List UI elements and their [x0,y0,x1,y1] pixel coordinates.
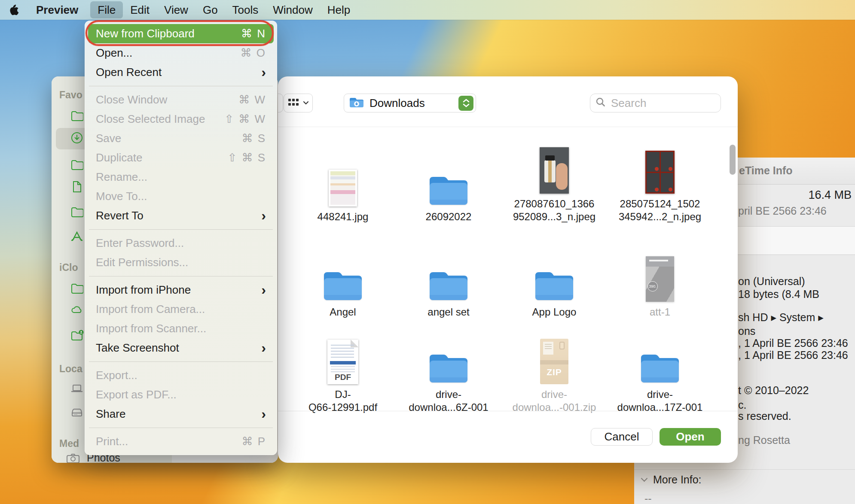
cloud-icon[interactable] [70,303,83,316]
menu-item-import-from-iphone[interactable]: Import from iPhone› [88,280,274,300]
sidebar-section-favourites: Favo [59,89,82,101]
more-info-value: -- [644,492,652,504]
menu-item-save: Save⌘ S [88,129,274,148]
menu-divider [89,276,273,276]
menu-item-take-screenshot[interactable]: Take Screenshot› [88,338,274,358]
divider [278,411,738,411]
file-item[interactable]: App Logo [501,223,607,319]
file-item[interactable]: drive-downloa...6Z-001 [396,319,501,414]
file-item[interactable]: Angel [290,223,396,319]
menubar-item-view[interactable]: View [157,1,195,18]
file-item[interactable]: 285075124_1502345942...2_n.jpeg [607,128,713,223]
info-window-title: eTime Info [739,164,793,177]
hard-drive-icon[interactable] [70,406,83,419]
folder-icon[interactable] [70,109,83,122]
menubar-item-go[interactable]: Go [195,1,225,18]
image-thumbnail [540,147,569,194]
menu-divider [89,428,273,428]
info-line: ons [738,325,755,337]
camera-icon[interactable] [66,452,79,463]
apple-menu-icon[interactable] [9,4,20,16]
submenu-chevron-icon: › [261,206,266,225]
grid-view-icon [288,97,299,109]
menubar-item-window[interactable]: Window [266,1,320,18]
cancel-button[interactable]: Cancel [591,428,653,446]
location-dropdown[interactable]: Downloads [344,94,476,112]
menu-item-export-as-pdf: Export as PDF... [88,385,274,404]
image-thumbnail [329,170,357,206]
view-options-button[interactable] [284,94,313,112]
location-label: Downloads [369,97,458,110]
file-menu-dropdown: New from Clipboard⌘ N Open...⌘ O Open Re… [85,21,277,455]
folder-icon[interactable] [70,158,83,171]
more-info-label[interactable]: More Info: [653,474,702,486]
file-item[interactable]: 448241.jpg [290,128,396,223]
menu-item-export: Export... [88,366,274,385]
chevron-down-icon[interactable] [641,475,648,482]
app-store-icon[interactable] [70,230,83,243]
toolbar-partial-button[interactable] [278,94,283,112]
open-file-dialog: Downloads 448241.jpg 26092022 278087610_… [278,76,738,463]
folder-icon[interactable] [70,205,83,218]
menu-item-revert-to[interactable]: Revert To› [88,206,274,225]
file-grid: 448241.jpg 26092022 278087610_1366952089… [290,128,713,414]
red-highlight-annotation [86,20,274,46]
dialog-scrollbar[interactable] [730,145,736,175]
downloads-icon[interactable] [70,131,83,144]
divider [278,127,738,127]
info-line: on (Universal) [738,275,805,288]
info-line: ng Rosetta [738,434,790,446]
sidebar-section-media: Med [59,438,79,449]
menu-item-duplicate: Duplicate⇧ ⌘ S [88,148,274,167]
submenu-chevron-icon: › [261,338,266,358]
folder-icon [533,267,575,302]
menubar-item-help[interactable]: Help [320,1,357,18]
menu-item-edit-permissions: Edit Permissions... [88,253,274,272]
menubar-item-tools[interactable]: Tools [225,1,266,18]
open-button[interactable]: Open [660,428,721,446]
menubar-item-edit[interactable]: Edit [123,1,157,18]
menu-divider [89,229,273,230]
submenu-chevron-icon: › [261,63,266,82]
search-field[interactable] [590,94,721,112]
menubar-item-file[interactable]: File [90,1,123,18]
file-item[interactable]: 26092022 [396,128,501,223]
file-item[interactable]: drive-downloa...17Z-001 [607,319,713,414]
shared-folder-icon[interactable] [70,329,83,342]
menu-item-open-recent[interactable]: Open Recent› [88,63,274,82]
info-line: , 1 April BE 2566 23:46 [738,349,848,361]
sidebar-section-locations: Loca [59,363,82,375]
menu-item-share[interactable]: Share› [88,404,274,424]
file-item[interactable]: 278087610_1366952089...3_n.jpeg [501,128,607,223]
menu-item-open[interactable]: Open...⌘ O [88,43,274,63]
location-stepper-icon[interactable] [458,96,473,111]
menu-item-rename: Rename... [88,167,274,187]
file-item-disabled: 390. att-1 [607,223,713,319]
chevron-down-icon [303,99,309,107]
search-icon [595,97,606,109]
file-item[interactable]: angel set [396,223,501,319]
folder-icon[interactable] [70,282,83,295]
menu-item-import-from-scanner: Import from Scanner... [88,319,274,338]
file-item[interactable]: PDF DJ-Q66-12991.pdf [290,319,396,414]
menu-item-move-to: Move To... [88,187,274,206]
folder-icon [428,350,470,384]
menu-item-import-from-camera: Import from Camera... [88,300,274,319]
app-menu-preview[interactable]: Preview [30,3,84,17]
info-line: sh HD ▸ System ▸ [738,311,824,324]
search-input[interactable] [610,96,711,110]
document-icon[interactable] [70,180,83,193]
info-line: c. [738,399,746,411]
menu-item-close-window: Close Window⌘ W [88,90,274,109]
folder-icon [428,172,470,206]
info-line: 18 bytes (8.4 MB [738,288,819,301]
file-item-disabled: ZIP drive-downloa...-001.zip [501,319,607,414]
submenu-chevron-icon: › [261,404,266,424]
downloads-folder-icon [349,96,364,110]
folder-icon [322,267,364,302]
info-date-modified: pril BE 2566 23:46 [738,205,827,217]
laptop-icon[interactable] [70,382,83,395]
menu-divider [89,361,273,362]
info-file-size: 16.4 MB [808,188,852,202]
zip-archive-icon: ZIP [540,339,568,384]
